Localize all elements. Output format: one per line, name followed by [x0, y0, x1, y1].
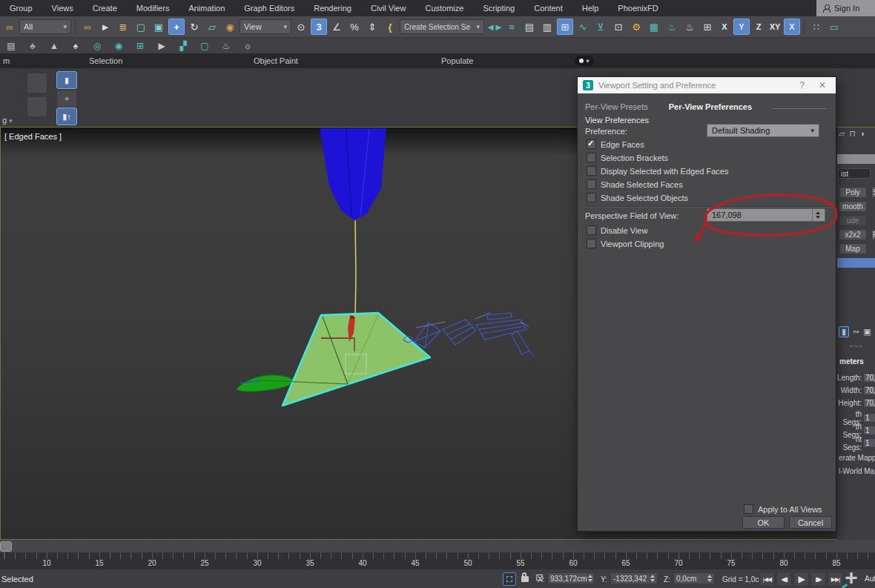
viewport-canvas-icon[interactable]: ▢	[197, 39, 213, 53]
modify-tab-icon[interactable]: ▱	[839, 129, 845, 139]
window-crossing-icon[interactable]: ▣	[151, 19, 167, 35]
layer-manager-icon[interactable]: ▤	[521, 19, 538, 35]
show-end-result-icon[interactable]: ∾	[853, 327, 859, 337]
display-panel-icon[interactable]: ▤	[3, 39, 19, 53]
render-iterative-icon[interactable]: ♨	[681, 19, 698, 35]
explorer-toggle-icon[interactable]: ⊞	[557, 19, 573, 35]
parameter-value-field[interactable]: 70,0	[863, 373, 875, 383]
selection-lock-icon[interactable]	[521, 576, 529, 582]
percent-snap-icon[interactable]: %	[346, 19, 363, 35]
place-icon[interactable]: ◉	[222, 19, 238, 35]
select-and-link-icon[interactable]: ∞	[79, 19, 96, 35]
rotate-icon[interactable]: ↻	[186, 19, 202, 35]
video-capture-icon[interactable]: ▞	[175, 39, 191, 53]
measure-icon[interactable]: ▭	[826, 19, 842, 35]
dialog-checkbox[interactable]: Shade Selected Objects	[587, 193, 688, 202]
next-frame-icon[interactable]: ▮▶	[810, 572, 826, 587]
isolate-selection-icon[interactable]	[503, 572, 516, 586]
parameter-value-field[interactable]: 1	[863, 438, 875, 448]
ribbon-expand-button-icon[interactable]: ▮↑	[56, 108, 77, 125]
menu-item[interactable]: Help	[572, 0, 609, 16]
rollout-grip[interactable]: ~~~	[837, 343, 875, 350]
ribbon-panel-button-icon[interactable]	[27, 96, 47, 117]
sign-in-button[interactable]: Sign In	[816, 0, 875, 16]
cancel-button[interactable]: Cancel	[789, 516, 832, 529]
select-and-link-icon[interactable]: ∞	[1, 19, 18, 35]
dialog-checkbox[interactable]: Shade Selected Faces	[587, 179, 683, 189]
checkbox-box[interactable]	[587, 166, 596, 176]
add-time-tag-icon[interactable]: +	[839, 569, 863, 588]
ribbon-tab-partial[interactable]: m	[3, 53, 10, 68]
named-selection-sets-icon[interactable]: {	[382, 19, 398, 35]
parameter-value-field[interactable]: 70,0	[863, 386, 875, 395]
object-name-field[interactable]	[837, 154, 875, 164]
material-editor-icon[interactable]: ⊡	[610, 19, 627, 35]
display-tab-icon[interactable]: ◖	[860, 129, 865, 139]
shading-preference-dropdown[interactable]: Default Shading ▾	[707, 124, 819, 137]
ribbon-tab-object-paint[interactable]: Object Paint	[254, 53, 298, 68]
play-icon[interactable]: ▶	[793, 572, 809, 587]
schematic-view-icon[interactable]: ⊻	[592, 19, 609, 35]
real-world-map-label[interactable]: l-World Map S	[839, 467, 875, 475]
parameter-value-field[interactable]: 1	[863, 426, 875, 435]
axis-constraint-button[interactable]: Y	[733, 19, 750, 35]
safe-frame-icon[interactable]: ⊞	[132, 39, 148, 53]
fov-spinner-field[interactable]: 167,098	[707, 208, 825, 222]
preview-icon[interactable]: ▶	[153, 39, 170, 53]
previous-frame-icon[interactable]: ◀▮	[776, 572, 792, 587]
go-to-start-icon[interactable]: |◀◀	[759, 572, 775, 587]
menu-item[interactable]: Rendering	[304, 0, 361, 16]
axis-constraint-button[interactable]: Z	[751, 19, 766, 34]
dialog-title-bar[interactable]: 3 Viewport Setting and Preference ? ✕	[578, 77, 836, 93]
auto-key-partial-label[interactable]: Aut	[865, 575, 875, 583]
dialog-checkbox[interactable]: Selection Brackets	[587, 153, 668, 162]
checkbox-box[interactable]	[744, 504, 753, 514]
ribbon-toggle-button-icon[interactable]: ▮	[56, 71, 77, 89]
selection-filter-dropdown[interactable]: All ▾	[19, 19, 71, 34]
ok-button[interactable]: OK	[742, 516, 785, 529]
modifier-button[interactable]: ude	[839, 215, 867, 226]
checkbox-box[interactable]	[587, 225, 596, 235]
modifier-button-partial[interactable]: S	[871, 187, 875, 198]
light-bulb-icon[interactable]: ☼	[240, 39, 256, 53]
axis-constraint-button[interactable]: XY	[767, 19, 782, 34]
select-object-icon[interactable]: ►	[97, 19, 113, 35]
menu-item[interactable]: Modifiers	[127, 0, 179, 16]
menu-item[interactable]: Views	[42, 0, 83, 16]
apply-to-all-views-checkbox[interactable]: Apply to All Views	[744, 504, 822, 514]
state-sets-icon[interactable]: ⊞	[699, 19, 716, 35]
checkbox-box[interactable]	[587, 179, 596, 189]
scale-icon[interactable]: ▱	[204, 19, 220, 35]
spinner-arrows-icon[interactable]	[587, 573, 592, 584]
render-production-icon[interactable]: ♨	[664, 19, 680, 35]
modifier-button[interactable]: Map	[839, 243, 867, 254]
terrain-icon[interactable]: ▲	[46, 39, 62, 53]
ribbon-pin-button-icon[interactable]: ⌖	[56, 90, 77, 108]
select-by-name-icon[interactable]: ≣	[115, 19, 131, 35]
teapot-icon[interactable]: ♨	[218, 39, 234, 53]
checkbox-box[interactable]	[587, 193, 596, 202]
modifier-list-dropdown[interactable]: ist	[838, 168, 871, 179]
ribbon-tab-selection[interactable]: Selection	[89, 53, 122, 68]
configure-modifier-icon[interactable]: ▣	[863, 327, 871, 337]
modifier-button[interactable]: x2x2	[839, 229, 867, 240]
parameter-value-field[interactable]: 70,0	[863, 398, 875, 408]
menu-item[interactable]: Group	[0, 0, 42, 16]
spinner-arrows-icon[interactable]	[706, 573, 712, 584]
checkbox-box[interactable]	[587, 153, 596, 162]
scene-explorer-icon[interactable]: ▥	[539, 19, 555, 35]
hierarchy-tab-icon[interactable]: ⊓	[849, 129, 856, 139]
move-icon[interactable]: +	[168, 19, 185, 35]
axis-constraint-button[interactable]: X	[717, 19, 732, 34]
align-icon[interactable]: ≡	[503, 19, 520, 35]
layers-stack-icon[interactable]: ◉	[110, 39, 127, 53]
reference-coordinate-dropdown[interactable]: View ▾	[240, 19, 291, 34]
ribbon-tab-populate[interactable]: Populate	[441, 53, 473, 68]
menu-item[interactable]: Create	[83, 0, 127, 16]
spinner-arrows-icon[interactable]	[649, 573, 655, 584]
dialog-checkbox[interactable]: Edge Faces	[587, 139, 644, 149]
menu-item[interactable]: Customize	[415, 0, 473, 16]
selection-set-dropdown[interactable]: Create Selection Se ▾	[400, 19, 484, 34]
dialog-help-icon[interactable]: ?	[795, 80, 809, 90]
modifier-button[interactable]: Poly	[839, 187, 867, 198]
